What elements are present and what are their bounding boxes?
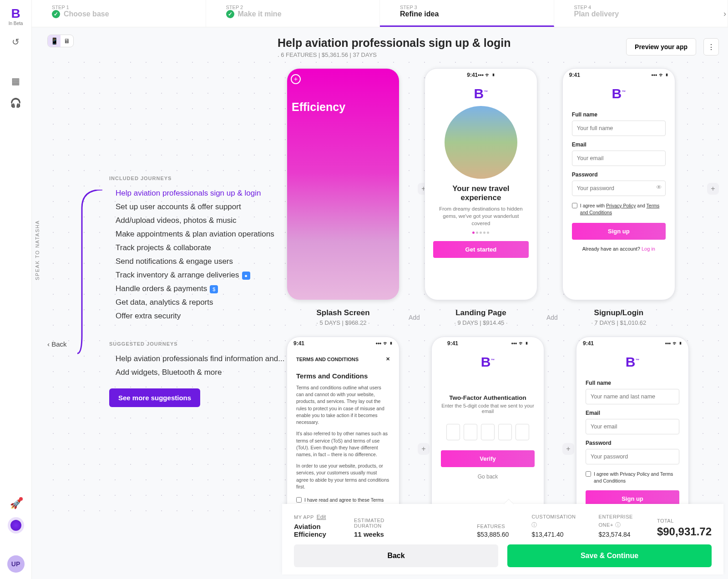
verify-button[interactable]: Verify [441, 450, 535, 467]
undo-icon[interactable]: ↺ [10, 36, 22, 48]
included-journeys: INCLUDED JOURNEYS Help aviation professi… [109, 176, 300, 407]
screen-meta: · 9 DAYS | $914.45 · [454, 319, 507, 326]
status-time: 9:41 [583, 340, 594, 347]
journey-item[interactable]: Offer extra security [109, 309, 300, 323]
tc-para: In order to use your website, products, … [296, 463, 390, 490]
info-icon[interactable]: ⓘ [531, 522, 537, 528]
carousel-dots [472, 232, 489, 234]
add-link[interactable]: Add [409, 314, 420, 321]
email-input[interactable] [572, 151, 666, 166]
add-link[interactable]: Add [546, 314, 558, 321]
step-2-label: Make it mine [238, 10, 282, 18]
get-started-button[interactable]: Get started [433, 241, 529, 258]
name-input[interactable] [586, 389, 679, 404]
suggested-journey-item[interactable]: Help aviation professionals find informa… [109, 352, 300, 366]
pp-link[interactable]: Privacy Policy [606, 203, 636, 208]
plus-circle-icon: ＋ [291, 74, 301, 84]
info-icon[interactable]: ⓘ [615, 522, 621, 528]
splash-word: Efficiency [287, 84, 399, 114]
email-label: Email [572, 141, 666, 148]
screen-2fa: 9:41••• ᯤ ▮ B™ Two-Factor Authentication… [431, 337, 544, 515]
status-icons: ••• ᯤ ▮ [652, 72, 668, 78]
agree-checkbox[interactable] [586, 471, 591, 477]
step-2-tab[interactable]: STEP 2 ✓Make it mine [206, 0, 380, 27]
landing-text: From dreamy destinations to hidden gems,… [433, 205, 529, 227]
journey-item[interactable]: Track projects & collaborate [109, 241, 300, 255]
phone-preview[interactable]: ＋ Efficiency [287, 68, 399, 300]
password-input[interactable] [572, 181, 666, 196]
step-4-tab[interactable]: STEP 4 Plan delivery [554, 0, 728, 27]
journey-item[interactable]: Track inventory & arrange deliveries● [109, 268, 300, 282]
customisation-key: CUSTOMISATION [531, 514, 576, 519]
password-input[interactable] [586, 449, 679, 464]
journey-item[interactable]: Make appointments & plan aviation operat… [109, 227, 300, 241]
2fa-text: Enter the 5-digit code that we sent to y… [441, 403, 535, 414]
suggested-journeys-head: SUGGESTED JOURNEYS [109, 341, 300, 347]
signup-button[interactable]: Sign up [572, 223, 666, 240]
user-avatar[interactable]: UP [7, 555, 25, 573]
suggested-journey-item[interactable]: Add widgets, Bluetooth & more [109, 366, 300, 379]
left-sidebar: B In Beta ↺ ▦ 🎧 🚀 UP [0, 0, 32, 579]
journey-item[interactable]: Add/upload videos, photos & music [109, 214, 300, 227]
more-menu-icon[interactable]: ⋮ [703, 38, 719, 55]
step-4-label: Plan delivery [574, 10, 708, 18]
step-3-label: Refine idea [400, 10, 534, 18]
journey-item[interactable]: Help aviation professionals sign up & lo… [109, 186, 300, 200]
step-3-tab[interactable]: STEP 3 Refine idea [380, 0, 554, 27]
assistant-orb[interactable] [10, 520, 21, 531]
journey-item[interactable]: Handle orders & payments$ [109, 282, 300, 296]
mobile-view-icon[interactable]: 📱 [48, 35, 61, 47]
duration-value: 11 weeks [354, 530, 390, 538]
email-input[interactable] [586, 419, 679, 434]
see-more-suggestions-button[interactable]: See more suggestions [109, 388, 200, 407]
code-inputs[interactable] [446, 424, 529, 440]
check-icon: ✓ [226, 10, 234, 18]
features-key: FEATURES [477, 524, 509, 529]
grid-icon[interactable]: ▦ [10, 75, 22, 87]
eye-icon[interactable]: 👁 [656, 184, 662, 191]
step-1-tab[interactable]: STEP 1 ✓Choose base [32, 0, 206, 27]
go-back-link[interactable]: Go back [478, 473, 498, 480]
phone-preview[interactable]: 9:41••• ᯤ ▮ B™ Two-Factor Authentication… [431, 337, 544, 515]
add-between-icon[interactable]: + [418, 443, 430, 455]
beta-label: In Beta [9, 21, 23, 26]
chevron-right-icon[interactable]: › [723, 9, 726, 19]
logo-letter: B [9, 6, 23, 21]
preview-button[interactable]: Preview your app [626, 38, 696, 55]
desktop-view-icon[interactable]: 🖥 [61, 35, 73, 47]
screen-signup-alt: 9:41••• ᯤ ▮ B™ Full name Email Password … [576, 337, 689, 515]
login-link[interactable]: Log in [642, 246, 655, 252]
rocket-icon[interactable]: 🚀 [10, 498, 22, 510]
add-between-icon[interactable]: + [707, 183, 719, 195]
tc-para: Terms and conditions outline what users … [296, 384, 390, 426]
screen-meta: · 7 DAYS | $1,010.62 [591, 319, 646, 326]
journey-item[interactable]: Set up user accounts & offer support [109, 200, 300, 214]
add-between-icon[interactable]: + [562, 443, 574, 455]
close-icon[interactable]: ✕ [386, 356, 390, 362]
name-input[interactable] [572, 121, 666, 136]
headset-icon[interactable]: 🎧 [10, 97, 22, 109]
phone-preview[interactable]: 9:41••• ᯤ ▮ B™ Full name Email Password … [562, 68, 675, 300]
phone-preview[interactable]: 9:41••• ᯤ ▮ B™ Full name Email Password … [576, 337, 689, 515]
edit-link[interactable]: Edit [317, 514, 326, 520]
email-label: Email [586, 410, 679, 416]
step-3-key: STEP 3 [400, 5, 534, 10]
save-continue-button[interactable]: Save & Continue [507, 544, 712, 567]
screens-row-1: + + + ＋ Efficiency Splash Screen · 5 DAY… [287, 68, 675, 326]
journey-item[interactable]: Send notifications & engage users [109, 255, 300, 268]
tc-checkbox[interactable] [296, 497, 302, 503]
app-logo: B™ [481, 354, 495, 370]
journey-badge: $ [210, 285, 218, 293]
speak-to-natasha-label: SPEAK TO NATASHA [35, 220, 40, 280]
phone-preview[interactable]: 9:41••• ᯤ ▮ TERMS AND CONDITIONS✕ Terms … [287, 337, 399, 515]
step-tabs: STEP 1 ✓Choose base STEP 2 ✓Make it mine… [32, 0, 728, 27]
tc-bar-title: TERMS AND CONDITIONS [296, 357, 359, 362]
screen-meta: · 5 DAYS | $968.22 · [316, 319, 369, 326]
brand-logo: B In Beta [9, 6, 23, 26]
back-button[interactable]: Back [294, 544, 498, 567]
check-icon: ✓ [52, 10, 60, 18]
agree-checkbox[interactable] [572, 203, 577, 208]
phone-preview[interactable]: 9:41••• ᯤ ▮ B™ Your new travel experienc… [425, 68, 537, 300]
journey-item[interactable]: Get data, analytics & reports [109, 296, 300, 309]
status-icons: ••• ᯤ ▮ [376, 340, 393, 347]
